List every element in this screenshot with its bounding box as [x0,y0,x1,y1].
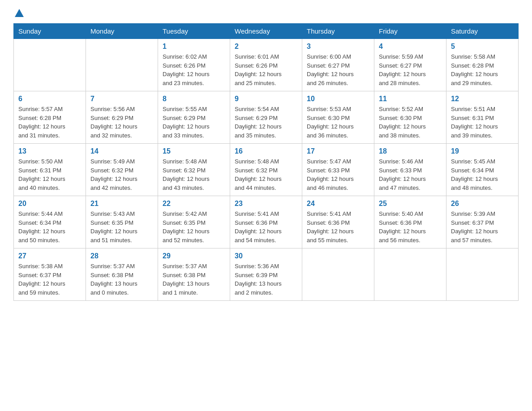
day-number: 22 [163,200,225,208]
day-info: Sunrise: 5:56 AM Sunset: 6:29 PM Dayligh… [90,105,153,140]
day-info: Sunrise: 5:43 AM Sunset: 6:35 PM Dayligh… [90,210,153,244]
calendar-cell: 22Sunrise: 5:42 AM Sunset: 6:35 PM Dayli… [158,196,230,248]
day-info: Sunrise: 5:48 AM Sunset: 6:32 PM Dayligh… [235,157,297,192]
weekday-header-sunday: Sunday [14,24,86,39]
day-info: Sunrise: 5:58 AM Sunset: 6:28 PM Dayligh… [451,52,514,87]
day-info: Sunrise: 5:38 AM Sunset: 6:37 PM Dayligh… [18,262,81,297]
day-info: Sunrise: 5:40 AM Sunset: 6:36 PM Dayligh… [379,210,442,244]
day-info: Sunrise: 5:57 AM Sunset: 6:28 PM Dayligh… [18,105,81,140]
day-info: Sunrise: 5:59 AM Sunset: 6:27 PM Dayligh… [379,52,442,87]
calendar-cell: 17Sunrise: 5:47 AM Sunset: 6:33 PM Dayli… [302,144,374,196]
calendar-cell: 2Sunrise: 6:01 AM Sunset: 6:26 PM Daylig… [230,39,302,91]
day-number: 6 [18,95,81,103]
calendar-cell: 10Sunrise: 5:53 AM Sunset: 6:30 PM Dayli… [302,91,374,144]
calendar-week-5: 27Sunrise: 5:38 AM Sunset: 6:37 PM Dayli… [14,248,519,301]
logo [13,9,24,16]
day-number: 24 [307,200,369,208]
day-info: Sunrise: 6:01 AM Sunset: 6:26 PM Dayligh… [235,52,297,87]
calendar-cell [86,39,158,91]
day-number: 29 [163,252,225,260]
day-info: Sunrise: 5:55 AM Sunset: 6:29 PM Dayligh… [163,105,225,140]
weekday-header-monday: Monday [86,24,158,39]
calendar-cell: 6Sunrise: 5:57 AM Sunset: 6:28 PM Daylig… [14,91,86,144]
day-info: Sunrise: 5:36 AM Sunset: 6:39 PM Dayligh… [235,262,297,297]
day-info: Sunrise: 5:49 AM Sunset: 6:32 PM Dayligh… [90,157,153,192]
calendar-cell: 9Sunrise: 5:54 AM Sunset: 6:29 PM Daylig… [230,91,302,144]
day-number: 3 [307,43,369,51]
day-info: Sunrise: 5:47 AM Sunset: 6:33 PM Dayligh… [307,157,369,192]
day-number: 28 [90,252,153,260]
day-number: 21 [90,200,153,208]
logo-triangle-icon [14,8,24,18]
day-info: Sunrise: 5:52 AM Sunset: 6:30 PM Dayligh… [379,105,442,140]
day-info: Sunrise: 6:02 AM Sunset: 6:26 PM Dayligh… [163,52,225,87]
day-number: 12 [451,95,514,103]
calendar-cell [302,248,374,301]
day-number: 11 [379,95,442,103]
calendar-cell: 1Sunrise: 6:02 AM Sunset: 6:26 PM Daylig… [158,39,230,91]
day-number: 10 [307,95,369,103]
day-number: 13 [18,147,81,155]
calendar-cell: 30Sunrise: 5:36 AM Sunset: 6:39 PM Dayli… [230,248,302,301]
calendar-cell: 20Sunrise: 5:44 AM Sunset: 6:34 PM Dayli… [14,196,86,248]
day-number: 20 [18,200,81,208]
calendar-cell: 23Sunrise: 5:41 AM Sunset: 6:36 PM Dayli… [230,196,302,248]
day-info: Sunrise: 5:37 AM Sunset: 6:38 PM Dayligh… [163,262,225,297]
day-info: Sunrise: 5:44 AM Sunset: 6:34 PM Dayligh… [18,210,81,244]
calendar-cell: 28Sunrise: 5:37 AM Sunset: 6:38 PM Dayli… [86,248,158,301]
calendar-cell: 4Sunrise: 5:59 AM Sunset: 6:27 PM Daylig… [374,39,446,91]
day-number: 16 [235,147,297,155]
calendar-cell: 21Sunrise: 5:43 AM Sunset: 6:35 PM Dayli… [86,196,158,248]
weekday-header-saturday: Saturday [446,24,519,39]
calendar-cell: 29Sunrise: 5:37 AM Sunset: 6:38 PM Dayli… [158,248,230,301]
day-info: Sunrise: 6:00 AM Sunset: 6:27 PM Dayligh… [307,52,369,87]
calendar-cell: 25Sunrise: 5:40 AM Sunset: 6:36 PM Dayli… [374,196,446,248]
calendar-cell [14,39,86,91]
day-number: 19 [451,147,514,155]
day-info: Sunrise: 5:54 AM Sunset: 6:29 PM Dayligh… [235,105,297,140]
calendar-cell: 26Sunrise: 5:39 AM Sunset: 6:37 PM Dayli… [446,196,519,248]
day-number: 26 [451,200,514,208]
day-info: Sunrise: 5:45 AM Sunset: 6:34 PM Dayligh… [451,157,514,192]
day-number: 17 [307,147,369,155]
day-number: 23 [235,200,297,208]
calendar-cell: 15Sunrise: 5:48 AM Sunset: 6:32 PM Dayli… [158,144,230,196]
calendar-cell: 18Sunrise: 5:46 AM Sunset: 6:33 PM Dayli… [374,144,446,196]
day-info: Sunrise: 5:46 AM Sunset: 6:33 PM Dayligh… [379,157,442,192]
calendar-cell [374,248,446,301]
calendar-cell: 5Sunrise: 5:58 AM Sunset: 6:28 PM Daylig… [446,39,519,91]
calendar-cell: 14Sunrise: 5:49 AM Sunset: 6:32 PM Dayli… [86,144,158,196]
calendar-cell: 24Sunrise: 5:41 AM Sunset: 6:36 PM Dayli… [302,196,374,248]
calendar-table: SundayMondayTuesdayWednesdayThursdayFrid… [13,23,519,301]
calendar-cell: 7Sunrise: 5:56 AM Sunset: 6:29 PM Daylig… [86,91,158,144]
svg-marker-0 [15,9,24,17]
day-number: 25 [379,200,442,208]
calendar-week-4: 20Sunrise: 5:44 AM Sunset: 6:34 PM Dayli… [14,196,519,248]
day-number: 8 [163,95,225,103]
page-header [13,9,519,16]
day-info: Sunrise: 5:53 AM Sunset: 6:30 PM Dayligh… [307,105,369,140]
day-number: 1 [163,43,225,51]
calendar-cell: 16Sunrise: 5:48 AM Sunset: 6:32 PM Dayli… [230,144,302,196]
day-number: 14 [90,147,153,155]
day-number: 2 [235,43,297,51]
calendar-week-1: 1Sunrise: 6:02 AM Sunset: 6:26 PM Daylig… [14,39,519,91]
day-number: 18 [379,147,442,155]
day-number: 4 [379,43,442,51]
calendar-cell [446,248,519,301]
day-info: Sunrise: 5:39 AM Sunset: 6:37 PM Dayligh… [451,210,514,244]
weekday-header-tuesday: Tuesday [158,24,230,39]
calendar-cell: 3Sunrise: 6:00 AM Sunset: 6:27 PM Daylig… [302,39,374,91]
day-number: 9 [235,95,297,103]
calendar-week-3: 13Sunrise: 5:50 AM Sunset: 6:31 PM Dayli… [14,144,519,196]
day-number: 27 [18,252,81,260]
day-info: Sunrise: 5:50 AM Sunset: 6:31 PM Dayligh… [18,157,81,192]
calendar-cell: 8Sunrise: 5:55 AM Sunset: 6:29 PM Daylig… [158,91,230,144]
weekday-header-thursday: Thursday [302,24,374,39]
day-number: 7 [90,95,153,103]
weekday-header-friday: Friday [374,24,446,39]
weekday-header-row: SundayMondayTuesdayWednesdayThursdayFrid… [14,24,519,39]
calendar-cell: 11Sunrise: 5:52 AM Sunset: 6:30 PM Dayli… [374,91,446,144]
day-info: Sunrise: 5:41 AM Sunset: 6:36 PM Dayligh… [307,210,369,244]
day-info: Sunrise: 5:37 AM Sunset: 6:38 PM Dayligh… [90,262,153,297]
